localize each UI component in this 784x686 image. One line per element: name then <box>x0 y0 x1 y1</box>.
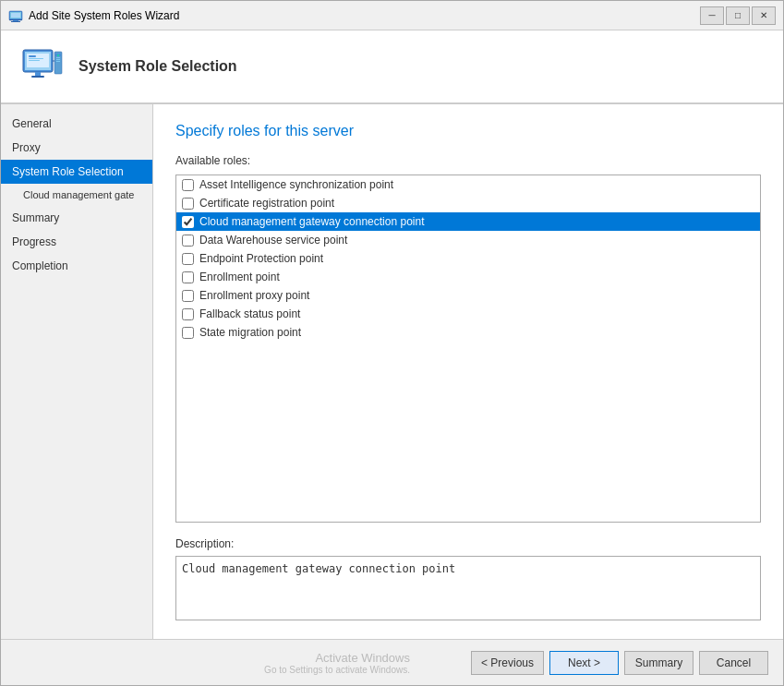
previous-button[interactable]: < Previous <box>471 651 544 675</box>
description-box <box>175 556 761 620</box>
role-item-data-warehouse[interactable]: Data Warehouse service point <box>176 231 760 249</box>
sidebar-item-proxy[interactable]: Proxy <box>1 136 152 160</box>
minimize-button[interactable]: ─ <box>700 6 724 25</box>
role-label-fallback-status: Fallback status point <box>199 307 300 320</box>
role-label-enrollment-proxy: Enrollment proxy point <box>199 289 309 302</box>
svg-rect-4 <box>13 20 18 21</box>
svg-rect-3 <box>9 19 22 20</box>
svg-rect-19 <box>56 61 60 62</box>
main-content: Specify roles for this server Available … <box>153 104 783 639</box>
sidebar: General Proxy System Role Selection Clou… <box>1 104 153 639</box>
available-roles-label: Available roles: <box>175 154 761 167</box>
sidebar-item-progress[interactable]: Progress <box>1 230 152 254</box>
role-item-asset-intelligence[interactable]: Asset Intelligence synchronization point <box>176 175 760 194</box>
header-icon <box>19 44 64 89</box>
role-item-fallback-status[interactable]: Fallback status point <box>176 305 760 323</box>
svg-rect-11 <box>29 58 43 59</box>
sidebar-item-system-role-selection[interactable]: System Role Selection <box>1 160 152 184</box>
svg-rect-14 <box>31 76 44 78</box>
svg-point-20 <box>57 54 59 56</box>
role-checkbox-enrollment[interactable] <box>182 271 194 283</box>
role-label-enrollment: Enrollment point <box>199 271 280 283</box>
sidebar-item-general[interactable]: General <box>1 112 152 136</box>
role-item-endpoint-protection[interactable]: Endpoint Protection point <box>176 249 760 268</box>
role-item-enrollment-proxy[interactable]: Enrollment proxy point <box>176 286 760 305</box>
role-label-endpoint-protection: Endpoint Protection point <box>199 252 323 265</box>
role-checkbox-endpoint-protection[interactable] <box>182 253 194 265</box>
role-item-certificate-registration[interactable]: Certificate registration point <box>176 194 760 212</box>
cancel-button[interactable]: Cancel <box>699 651 768 675</box>
role-item-state-migration[interactable]: State migration point <box>176 323 760 342</box>
next-button[interactable]: Next > <box>549 651 619 675</box>
svg-rect-12 <box>29 60 40 61</box>
description-label: Description: <box>175 537 761 550</box>
svg-rect-18 <box>56 59 60 60</box>
role-checkbox-certificate-registration[interactable] <box>182 198 194 210</box>
window-icon <box>8 8 23 23</box>
role-label-asset-intelligence: Asset Intelligence synchronization point <box>199 178 393 191</box>
header-title: System Role Selection <box>78 58 237 75</box>
activate-watermark: Activate Windows Go to Settings to activ… <box>16 651 465 675</box>
svg-rect-10 <box>29 55 36 57</box>
watermark-line2: Go to Settings to activate Windows. <box>16 665 410 675</box>
role-item-enrollment[interactable]: Enrollment point <box>176 268 760 286</box>
header-area: System Role Selection <box>1 30 783 104</box>
main-title: Specify roles for this server <box>175 123 761 139</box>
svg-rect-5 <box>11 21 20 22</box>
role-checkbox-state-migration[interactable] <box>182 327 194 339</box>
role-item-cloud-management-gateway[interactable]: Cloud management gateway connection poin… <box>176 212 760 231</box>
role-checkbox-asset-intelligence[interactable] <box>182 179 194 191</box>
svg-rect-17 <box>56 57 60 58</box>
content-area: General Proxy System Role Selection Clou… <box>1 104 783 639</box>
svg-rect-2 <box>11 13 20 18</box>
role-checkbox-fallback-status[interactable] <box>182 308 194 320</box>
role-label-certificate-registration: Certificate registration point <box>199 197 334 210</box>
title-bar: Add Site System Roles Wizard ─ □ ✕ <box>1 1 783 30</box>
role-label-data-warehouse: Data Warehouse service point <box>199 234 347 247</box>
wizard-window: Add Site System Roles Wizard ─ □ ✕ <box>0 0 784 686</box>
window-title: Add Site System Roles Wizard <box>29 9 700 22</box>
role-checkbox-enrollment-proxy[interactable] <box>182 290 194 302</box>
summary-button[interactable]: Summary <box>624 651 694 675</box>
svg-rect-13 <box>35 72 41 76</box>
role-checkbox-cloud-management-gateway[interactable] <box>182 216 194 228</box>
role-label-cloud-management-gateway: Cloud management gateway connection poin… <box>199 215 425 228</box>
roles-list: Asset Intelligence synchronization point… <box>175 175 761 523</box>
sidebar-item-completion[interactable]: Completion <box>1 254 152 278</box>
footer: Activate Windows Go to Settings to activ… <box>1 639 783 685</box>
sidebar-item-cloud-management-gate[interactable]: Cloud management gate <box>1 184 152 206</box>
close-button[interactable]: ✕ <box>752 6 776 25</box>
watermark-line1: Activate Windows <box>16 651 410 665</box>
role-label-state-migration: State migration point <box>199 326 301 339</box>
role-checkbox-data-warehouse[interactable] <box>182 235 194 247</box>
maximize-button[interactable]: □ <box>726 6 750 25</box>
window-controls: ─ □ ✕ <box>700 6 776 25</box>
sidebar-item-summary[interactable]: Summary <box>1 206 152 230</box>
